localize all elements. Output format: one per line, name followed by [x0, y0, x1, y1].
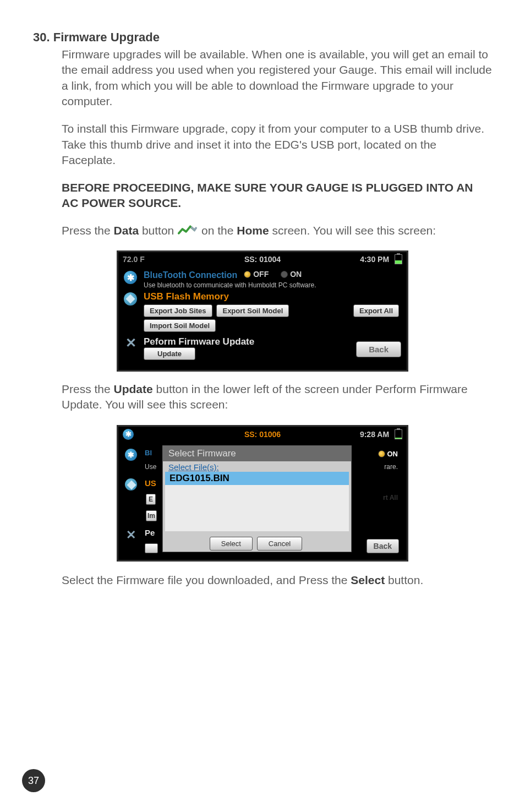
dialog-subtitle: Select File(s): — [163, 461, 351, 472]
export-all-button[interactable]: Export All — [353, 304, 399, 317]
status-bar: 72.0 F SS: 01004 4:30 PM — [118, 252, 407, 266]
off-label: OFF — [253, 270, 269, 279]
radio-off-icon — [281, 271, 288, 278]
bold-select: Select — [351, 574, 385, 586]
paragraph-2: To install this Firmware upgrade, copy i… — [62, 121, 492, 168]
text: button — [139, 224, 177, 237]
bg-back-button: Back — [367, 539, 399, 553]
file-list-empty — [165, 485, 349, 531]
status-time: 4:30 PM — [360, 255, 389, 264]
radio-icon — [378, 450, 385, 457]
bluetooth-title: BlueTooth Connection — [144, 270, 237, 280]
press-data-line: Press the Data button on the Home screen… — [62, 222, 492, 238]
page-number-badge: 37 — [22, 769, 45, 792]
battery-icon — [395, 254, 402, 264]
bg-rtall: rt All — [383, 494, 398, 502]
bg-usb-icon — [125, 478, 137, 491]
device-screenshot-1: 72.0 F SS: 01004 4:30 PM ✱ BlueTooth Con… — [117, 250, 408, 372]
bg-use: Use — [145, 463, 156, 471]
bg-x-icon: ✕ — [126, 528, 136, 542]
bluetooth-hint: Use bluetooth to communicate with Humbol… — [144, 281, 401, 289]
status-bar-2: ✱ SS: 01006 9:28 AM — [118, 427, 407, 442]
bold-data: Data — [114, 224, 139, 237]
status-time-wrap-2: 9:28 AM — [309, 429, 402, 439]
press-update-line: Press the Update button in the lower lef… — [62, 382, 492, 413]
select-firmware-dialog: Select Firmware Select File(s): EDG1015.… — [162, 445, 352, 552]
device-screenshot-2: ✱ SS: 01006 9:28 AM ✱ Bl ON Use rare. US… — [117, 425, 408, 562]
bg-us: US — [145, 478, 156, 488]
file-row-selected[interactable]: EDG1015.BIN — [165, 472, 349, 485]
back-button[interactable]: Back — [356, 341, 401, 357]
bg-pe: Pe — [145, 528, 155, 537]
status-time-wrap: 4:30 PM — [309, 254, 402, 264]
status-temp: 72.0 F — [123, 255, 216, 264]
bold-home: Home — [237, 224, 269, 237]
section-heading: 30. Firmware Upgrade — [33, 30, 492, 45]
text: Press the — [62, 224, 114, 237]
on-toggle[interactable]: ON — [281, 270, 302, 279]
bg-im-button: Im — [146, 510, 157, 521]
update-button[interactable]: Update — [144, 347, 195, 360]
on-label: ON — [290, 270, 302, 279]
dialog-buttons: Select Cancel — [163, 533, 351, 556]
firmware-title: Peform Firmware Update — [144, 336, 254, 347]
status-bt-icon: ✱ — [123, 429, 216, 440]
usb-row: USB Flash Memory Export Job Sites Export… — [124, 291, 401, 334]
status-ss-2: SS: 01006 — [216, 430, 309, 439]
off-toggle[interactable]: OFF — [244, 270, 269, 279]
usb-icon — [124, 292, 138, 306]
bg-small-button — [145, 543, 158, 553]
bg-on-toggle: ON — [378, 450, 398, 458]
on-label-bg: ON — [387, 450, 398, 458]
import-soil-model-button[interactable]: Import Soil Model — [144, 319, 216, 332]
usb-title: USB Flash Memory — [144, 291, 401, 302]
screen-body: ✱ BlueTooth Connection OFF ON Use blueto… — [118, 266, 407, 370]
status-time-2: 9:28 AM — [360, 430, 389, 439]
bg-bluetooth-icon: ✱ — [125, 449, 137, 461]
export-soil-model-button[interactable]: Export Soil Model — [216, 304, 289, 317]
text: screen. You will see this screen: — [269, 224, 436, 237]
bg-bl: Bl — [145, 449, 152, 457]
bold-update: Update — [114, 383, 153, 395]
battery-icon-2 — [395, 429, 402, 439]
bluetooth-row: ✱ BlueTooth Connection OFF ON Use blueto… — [124, 270, 401, 289]
text: button. — [385, 574, 423, 586]
data-chart-icon — [177, 222, 198, 238]
cancel-button[interactable]: Cancel — [257, 537, 302, 551]
status-ss: SS: 01004 — [216, 255, 309, 264]
firmware-row: ✕ Peform Firmware Update Update Back — [124, 336, 401, 362]
select-button[interactable]: Select — [210, 537, 253, 551]
close-x-icon: ✕ — [124, 337, 138, 350]
radio-on-icon — [244, 271, 251, 278]
text: Select the Firmware file you downloaded,… — [62, 574, 351, 586]
paragraph-1: Firmware upgrades will be available. Whe… — [62, 47, 492, 109]
select-firmware-line: Select the Firmware file you downloaded,… — [62, 573, 492, 588]
warning-line: BEFORE PROCEEDING, MAKE SURE YOUR GAUGE … — [62, 180, 492, 210]
bg-e-button: E — [146, 494, 156, 505]
text: on the — [201, 224, 237, 237]
export-job-sites-button[interactable]: Export Job Sites — [144, 304, 212, 317]
dialog-title: Select Firmware — [163, 446, 351, 461]
text: Press the — [62, 383, 114, 395]
bluetooth-icon: ✱ — [124, 271, 138, 284]
bg-rare: rare. — [384, 463, 398, 471]
